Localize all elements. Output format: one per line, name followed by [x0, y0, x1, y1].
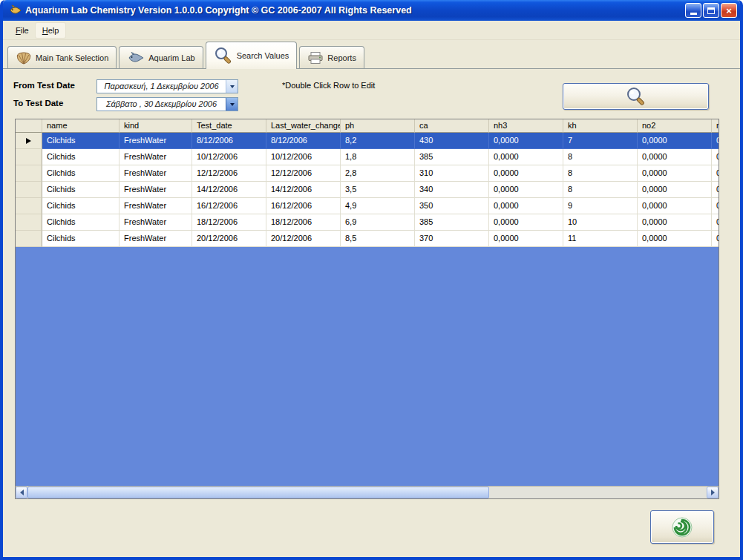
tab-label: Search Values [237, 51, 289, 60]
row-selector[interactable] [16, 133, 42, 149]
cell-kh: 8 [563, 182, 638, 198]
shell-icon [16, 51, 32, 65]
cell-Last_water_change: 14/12/2006 [266, 182, 341, 198]
column-header-ph[interactable]: ph [341, 119, 415, 133]
cell-nh3: 0,0000 [489, 214, 563, 231]
cell-nh3: 0,0000 [489, 198, 563, 214]
row-selector[interactable] [16, 149, 42, 165]
cell-ph: 8,2 [341, 133, 415, 149]
column-header-nh3[interactable]: nh3 [489, 119, 563, 133]
cell-nh3: 0,0000 [489, 149, 563, 165]
table-row[interactable]: CilchidsFreshWater18/12/200618/12/20066,… [16, 214, 719, 231]
refresh-button[interactable] [650, 510, 714, 544]
to-test-date-combo[interactable]: Σάββατο , 30 Δεκεμβρίου 2006 [96, 97, 238, 111]
tab-label: Aquarim Lab [148, 53, 194, 62]
scroll-left-button[interactable] [16, 487, 27, 498]
printer-icon [307, 51, 324, 65]
row-selector[interactable] [16, 165, 42, 182]
cell-no2: 0,0000 [638, 165, 712, 182]
maximize-icon [707, 7, 715, 14]
results-grid: namekindTest_dateLast_water_changephcanh… [15, 119, 719, 499]
cell-nh3: 0,0000 [489, 133, 563, 149]
scroll-right-button[interactable] [707, 487, 719, 498]
column-header-name[interactable]: name [42, 119, 120, 133]
from-test-date-combo[interactable]: Παρασκευή, 1 Δεκεμβρίου 2006 [96, 79, 238, 93]
search-values-panel: From Test Date Παρασκευή, 1 Δεκεμβρίου 2… [3, 70, 740, 557]
column-header-Last_water_change[interactable]: Last_water_change [266, 119, 341, 133]
menu-file[interactable]: File [9, 23, 36, 38]
grid-body-rows: CilchidsFreshWater8/12/20068/12/20068,24… [16, 133, 719, 247]
close-icon: × [726, 6, 732, 16]
horizontal-scrollbar[interactable] [16, 486, 719, 498]
cell-name: Cilchids [42, 149, 120, 165]
tab-strip: Main Tank Selection Aquarim Lab Search [3, 40, 740, 69]
cell-kind: FreshWater [120, 133, 192, 149]
cell-Test_date: 16/12/2006 [192, 198, 266, 214]
cell-ph: 4,9 [341, 198, 415, 214]
cell-ca: 370 [415, 231, 489, 247]
current-row-arrow-icon [26, 138, 31, 144]
from-date-dropdown-button[interactable] [226, 80, 238, 93]
tab-main-tank-selection[interactable]: Main Tank Selection [7, 46, 117, 68]
cell-Test_date: 18/12/2006 [192, 214, 266, 231]
column-header-kind[interactable]: kind [120, 119, 192, 133]
arrow-left-icon [20, 490, 24, 495]
cell-ph: 2,8 [341, 165, 415, 182]
cell-Last_water_change: 18/12/2006 [266, 214, 341, 231]
cell-kind: FreshWater [120, 214, 192, 231]
grid-corner-cell[interactable] [16, 119, 42, 133]
maximize-button[interactable] [703, 3, 719, 18]
cell-kh: 8 [563, 165, 638, 182]
cell-ca: 310 [415, 165, 489, 182]
table-row[interactable]: CilchidsFreshWater20/12/200620/12/20068,… [16, 231, 719, 247]
cell-ca: 385 [415, 149, 489, 165]
row-selector[interactable] [16, 198, 42, 214]
table-row[interactable]: CilchidsFreshWater8/12/20068/12/20068,24… [16, 133, 719, 149]
column-header-kh[interactable]: kh [563, 119, 638, 133]
cell-kh: 11 [563, 231, 638, 247]
tab-search-values[interactable]: Search Values [206, 42, 298, 69]
refresh-swirl-icon [671, 516, 693, 538]
chevron-down-icon [230, 103, 235, 106]
cell-kh: 10 [563, 214, 638, 231]
column-header-ca[interactable]: ca [415, 119, 489, 133]
scrollbar-thumb[interactable] [27, 487, 489, 498]
column-header-Test_date[interactable]: Test_date [192, 119, 266, 133]
scrollbar-track[interactable] [27, 487, 707, 498]
cell-no3: 0,0000 [712, 149, 719, 165]
minimize-button[interactable] [685, 3, 701, 18]
cell-ph: 6,9 [341, 214, 415, 231]
search-button[interactable] [563, 83, 709, 110]
close-button[interactable]: × [721, 3, 737, 18]
cell-name: Cilchids [42, 165, 120, 182]
cell-nh3: 0,0000 [489, 182, 563, 198]
tab-reports[interactable]: Reports [299, 46, 364, 68]
cell-name: Cilchids [42, 198, 120, 214]
table-row[interactable]: CilchidsFreshWater14/12/200614/12/20063,… [16, 182, 719, 198]
tab-label: Reports [327, 53, 356, 62]
row-selector[interactable] [16, 182, 42, 198]
table-row[interactable]: CilchidsFreshWater12/12/200612/12/20062,… [16, 165, 719, 182]
cell-no2: 0,0000 [638, 231, 712, 247]
row-selector[interactable] [16, 231, 42, 247]
table-row[interactable]: CilchidsFreshWater10/12/200610/12/20061,… [16, 149, 719, 165]
cell-Last_water_change: 16/12/2006 [266, 198, 341, 214]
cell-Test_date: 10/12/2006 [192, 149, 266, 165]
to-date-dropdown-button[interactable] [226, 98, 238, 111]
cell-ca: 340 [415, 182, 489, 198]
cell-kh: 7 [563, 133, 638, 149]
window-title: Aquarium Lab Chemistry Version 1.0.0.0 C… [25, 5, 681, 16]
column-header-no2[interactable]: no2 [638, 119, 712, 133]
column-header-no3[interactable]: no3 [712, 119, 719, 133]
row-selector[interactable] [16, 214, 42, 231]
title-bar[interactable]: Aquarium Lab Chemistry Version 1.0.0.0 C… [3, 0, 740, 21]
to-test-date-value: Σάββατο , 30 Δεκεμβρίου 2006 [97, 98, 226, 111]
grid-header: namekindTest_dateLast_water_changephcanh… [16, 119, 719, 133]
fish-icon [127, 51, 145, 65]
cell-ph: 3,5 [341, 182, 415, 198]
menu-help[interactable]: Help [36, 23, 66, 38]
tab-aquarim-lab[interactable]: Aquarim Lab [119, 46, 203, 68]
table-row[interactable]: CilchidsFreshWater16/12/200616/12/20064,… [16, 198, 719, 214]
cell-Test_date: 8/12/2006 [192, 133, 266, 149]
cell-no2: 0,0000 [638, 198, 712, 214]
